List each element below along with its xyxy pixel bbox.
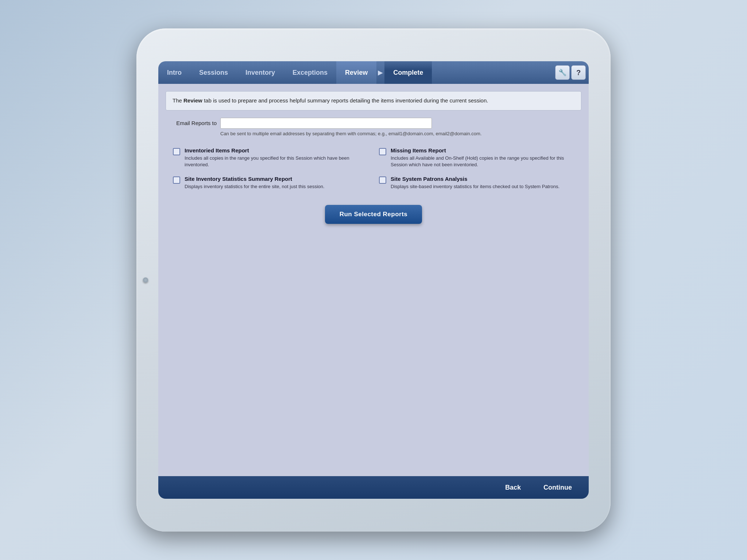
side-button[interactable]: [143, 277, 148, 283]
checkbox-site-system-patrons[interactable]: [379, 176, 386, 184]
info-box: The Review tab is used to prepare and pr…: [166, 91, 581, 110]
continue-button[interactable]: Continue: [538, 481, 578, 494]
report-title-missing: Missing Items Report: [391, 147, 574, 153]
tab-intro[interactable]: Intro: [158, 61, 190, 84]
email-hint: Can be sent to multiple email addresses …: [166, 131, 581, 136]
report-desc-site-stats: Displays inventory statistics for the en…: [185, 183, 325, 190]
arrow-indicator: ▶: [376, 61, 384, 84]
nav-bar: Intro Sessions Inventory Exceptions Revi…: [158, 61, 589, 84]
help-button[interactable]: ?: [571, 65, 586, 80]
email-row: Email Reports to: [166, 118, 581, 129]
report-title-inventoried: Inventoried Items Report: [185, 147, 368, 153]
checkbox-missing-items[interactable]: [379, 148, 386, 155]
report-title-patrons: Site System Patrons Analysis: [391, 176, 560, 182]
run-selected-reports-button[interactable]: Run Selected Reports: [325, 205, 422, 224]
run-btn-container: Run Selected Reports: [166, 205, 581, 224]
nav-tabs: Intro Sessions Inventory Exceptions Revi…: [158, 61, 552, 84]
tab-exceptions[interactable]: Exceptions: [284, 61, 336, 84]
footer-bar: Back Continue: [158, 476, 589, 499]
report-desc-missing: Includes all Available and On-Shelf (Hol…: [391, 155, 574, 169]
checkbox-site-inventory-statistics[interactable]: [173, 176, 180, 184]
report-item-missing: Missing Items Report Includes all Availa…: [379, 147, 574, 169]
report-desc-inventoried: Includes all copies in the range you spe…: [185, 155, 368, 169]
settings-icon: 🔧: [558, 69, 566, 77]
report-desc-patrons: Displays site-based inventory statistics…: [391, 183, 560, 190]
settings-button[interactable]: 🔧: [555, 65, 570, 80]
report-title-site-stats: Site Inventory Statistics Summary Report: [185, 176, 325, 182]
main-content: The Review tab is used to prepare and pr…: [158, 84, 589, 476]
tab-complete[interactable]: Complete: [384, 61, 432, 84]
report-item-inventoried: Inventoried Items Report Includes all co…: [173, 147, 368, 169]
checkbox-inventoried-items[interactable]: [173, 148, 180, 155]
tablet-frame: Intro Sessions Inventory Exceptions Revi…: [136, 28, 611, 532]
report-item-site-stats: Site Inventory Statistics Summary Report…: [173, 176, 368, 190]
report-item-patrons: Site System Patrons Analysis Displays si…: [379, 176, 574, 190]
reports-grid: Inventoried Items Report Includes all co…: [166, 144, 581, 194]
report-text-site-stats: Site Inventory Statistics Summary Report…: [185, 176, 325, 190]
report-text-inventoried: Inventoried Items Report Includes all co…: [185, 147, 368, 169]
back-button[interactable]: Back: [499, 481, 527, 494]
report-text-missing: Missing Items Report Includes all Availa…: [391, 147, 574, 169]
email-input[interactable]: [220, 118, 432, 129]
tablet-screen: Intro Sessions Inventory Exceptions Revi…: [158, 61, 589, 499]
email-label: Email Reports to: [169, 120, 220, 126]
tab-inventory[interactable]: Inventory: [237, 61, 284, 84]
help-icon: ?: [576, 69, 581, 77]
tab-sessions[interactable]: Sessions: [190, 61, 237, 84]
nav-icons: 🔧 ?: [552, 61, 589, 84]
tab-review[interactable]: Review: [336, 61, 376, 84]
report-text-patrons: Site System Patrons Analysis Displays si…: [391, 176, 560, 190]
